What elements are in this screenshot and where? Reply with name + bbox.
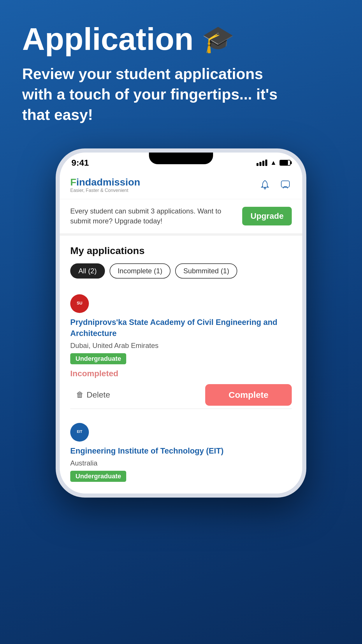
card-1-status: Incompleted <box>70 369 292 378</box>
card-2-badge: Undergraduate <box>70 471 126 482</box>
card-divider <box>70 409 292 409</box>
filter-tabs: All (2) Incomplete (1) Submmited (1) <box>70 263 292 279</box>
card-2-name: Engineering Institute of Technology (EIT… <box>70 446 292 457</box>
svg-text:EIT: EIT <box>77 430 82 434</box>
filter-incomplete[interactable]: Incomplete (1) <box>110 263 171 279</box>
notification-button[interactable] <box>259 178 271 191</box>
card-1-logo: SU <box>70 294 89 313</box>
logo-f: F <box>70 176 76 188</box>
filter-all[interactable]: All (2) <box>70 263 105 279</box>
card-1-logo-text: SU <box>74 297 85 310</box>
phone-notch <box>149 153 213 164</box>
page-subtitle: Review your student applications with a … <box>22 64 284 125</box>
page-title: Application <box>22 23 194 55</box>
complete-button[interactable]: Complete <box>205 384 292 406</box>
battery-icon <box>280 160 291 166</box>
logo-text: Findadmission <box>70 176 140 188</box>
svg-rect-1 <box>281 181 289 187</box>
svg-text:SU: SU <box>77 301 82 305</box>
filter-submitted[interactable]: Submmited (1) <box>175 263 237 279</box>
card-2-logo-text: EIT <box>74 426 85 439</box>
status-icons: ▲ <box>256 159 291 167</box>
status-time: 9:41 <box>71 158 89 168</box>
upgrade-button[interactable]: Upgrade <box>242 207 292 225</box>
card-1-name: Prydniprovs'ka State Academy of Civil En… <box>70 317 292 339</box>
upgrade-text: Every student can submit 3 applications.… <box>70 206 235 227</box>
logo: Findadmission Easier, Faster & Convenien… <box>70 176 140 193</box>
svg-point-0 <box>264 188 266 189</box>
title-row: Application 🎓 <box>22 23 340 55</box>
header-actions <box>259 178 292 191</box>
trash-icon: 🗑 <box>76 390 84 399</box>
upgrade-banner: Every student can submit 3 applications.… <box>60 199 302 236</box>
logo-tagline: Easier, Faster & Convenient <box>70 188 140 193</box>
card-2-location: Australia <box>70 459 292 467</box>
application-card-1: SU Prydniprovs'ka State Academy of Civil… <box>70 287 292 415</box>
graduation-icon: 🎓 <box>202 24 234 55</box>
page-header: Application 🎓 Review your student applic… <box>0 0 362 137</box>
delete-label: Delete <box>87 390 110 400</box>
delete-button[interactable]: 🗑 Delete <box>70 386 116 404</box>
wifi-icon: ▲ <box>270 159 277 167</box>
signal-icon <box>256 160 267 166</box>
card-2-logo: EIT <box>70 423 89 442</box>
section-title: My applications <box>70 245 292 256</box>
message-button[interactable] <box>279 178 292 191</box>
phone-wrapper: 9:41 ▲ Findadmission Easier <box>0 148 362 498</box>
app-header: Findadmission Easier, Faster & Convenien… <box>60 171 302 199</box>
applications-section: My applications All (2) Incomplete (1) S… <box>60 236 302 415</box>
card-1-location: Dubai, United Arab Emirates <box>70 342 292 350</box>
card-1-actions: 🗑 Delete Complete <box>70 384 292 406</box>
phone-inner: 9:41 ▲ Findadmission Easier <box>60 153 302 494</box>
phone-outer: 9:41 ▲ Findadmission Easier <box>56 148 306 498</box>
card-1-badge: Undergraduate <box>70 353 126 364</box>
application-card-2: EIT Engineering Institute of Technology … <box>60 415 302 494</box>
